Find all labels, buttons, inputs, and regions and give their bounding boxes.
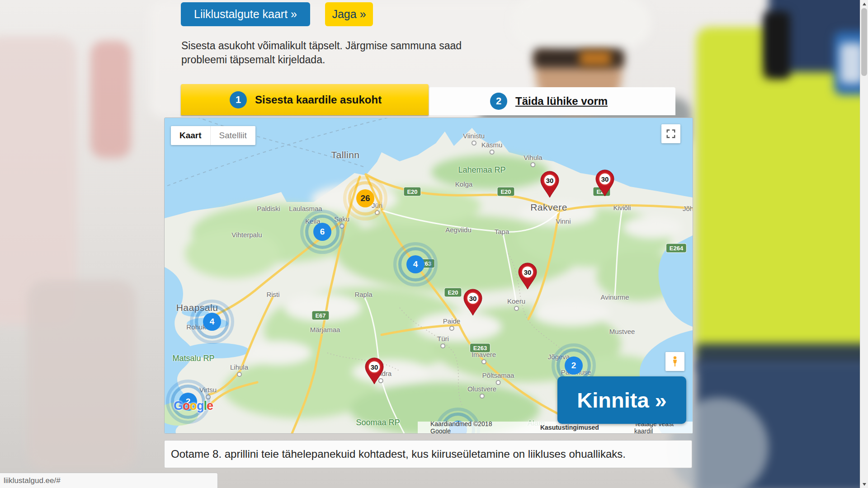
map-label: Aegviidu (445, 226, 472, 234)
browser-scrollbar[interactable] (860, 0, 868, 488)
step1-number-badge: 1 (230, 91, 247, 108)
speed-limit-pin-icon: 30 (462, 289, 483, 316)
pegman-button[interactable] (665, 352, 684, 371)
google-logo-letter: G (174, 399, 183, 413)
town-dot (490, 150, 495, 155)
step1-label: Sisesta kaardile asukoht (255, 94, 382, 106)
speed-limit-pin[interactable]: 30 (364, 357, 385, 386)
map-label: Matsalu RP (172, 354, 214, 363)
svg-text:30: 30 (601, 175, 609, 183)
scroll-up-button[interactable] (860, 0, 868, 8)
fullscreen-button[interactable] (661, 124, 680, 143)
map-label: Märjamaa (310, 326, 340, 333)
map-label: Koeru (507, 297, 525, 311)
page: Liiklustalgute kaart » Jaga » Sisesta as… (0, 0, 868, 488)
map-type-map[interactable]: Kaart (171, 126, 210, 145)
speed-limit-pin[interactable]: 30 (517, 263, 538, 291)
road-shield: E20 (444, 288, 462, 297)
tab-step2[interactable]: 2 Täida lühike vorm (429, 87, 675, 115)
map-label: Rakvere (530, 202, 567, 213)
intro-line1: Sisesta asukoht võimalikult täpselt. Jär… (181, 39, 471, 53)
town-dot (472, 141, 476, 145)
cluster-marker[interactable]: 26 (345, 178, 386, 219)
svg-text:30: 30 (546, 177, 554, 184)
svg-text:30: 30 (469, 295, 477, 302)
town-dot (479, 394, 484, 399)
cluster-count: 6 (313, 223, 331, 241)
step2-number-badge: 2 (490, 93, 507, 110)
speed-limit-pin[interactable]: 30 (594, 169, 615, 198)
town-dot (441, 343, 446, 348)
cluster-marker[interactable]: 4 (192, 301, 232, 342)
cluster-count: 4 (203, 313, 221, 331)
map-label: Kolga (455, 180, 472, 188)
status-bubble: liiklustalgud.ee/# (0, 473, 218, 488)
map-label: Paide (443, 317, 460, 331)
map-label: Vihula (524, 154, 542, 167)
map-copyright: Kaardiandmed ©2018 Google (430, 420, 512, 434)
status-url: liiklustalgud.ee/# (4, 476, 61, 485)
pegman-icon (670, 356, 680, 367)
road-shield: E20 (497, 187, 514, 197)
sunglasses-orange-lens (580, 51, 611, 66)
footer-message: Ootame 8. aprillini teie tähelepanekuid … (171, 448, 626, 460)
kinnita-button[interactable]: Kinnita » (557, 376, 686, 424)
speed-limit-pin-icon: 30 (594, 169, 615, 197)
map-label: Põltsamaa (482, 371, 514, 385)
cyclist-helmet (511, 0, 651, 54)
speed-limit-pin[interactable]: 30 (539, 171, 560, 200)
map-label: Lahemaa RP (458, 165, 505, 175)
background-street (27, 280, 136, 470)
map-label: Rapla (354, 291, 372, 298)
map-label: Tallinn (331, 150, 359, 160)
google-map[interactable]: TallinnRakvereHaapsaluViinistuKäsmuVihul… (164, 117, 693, 434)
map-label: Mustvee (609, 328, 635, 335)
step2-label[interactable]: Täida lühike vorm (515, 95, 608, 108)
intro-line2: probleemi täpsemalt kirjeldada. (181, 53, 471, 67)
cluster-marker[interactable]: 6 (302, 211, 343, 252)
map-type-control[interactable]: Kaart Satelliit (171, 126, 255, 145)
tab-step1-active[interactable]: 1 Sisesta kaardile asukoht (181, 84, 429, 115)
cluster-count: 26 (356, 189, 374, 207)
map-label: Risti (266, 291, 279, 298)
town-dot (514, 306, 519, 311)
jaga-button[interactable]: Jaga » (325, 2, 373, 26)
cluster-count: 2 (565, 357, 583, 375)
town-dot (481, 359, 486, 364)
road-shield: E264 (666, 244, 687, 253)
officer-radio (763, 11, 790, 79)
map-label: Kiviõli (613, 204, 631, 211)
fullscreen-icon (666, 129, 676, 139)
scroll-down-button[interactable] (860, 480, 868, 488)
map-label: Olustvere (467, 385, 496, 399)
footer-message-bar: Ootame 8. aprillini teie tähelepanekuid … (164, 440, 692, 468)
map-label: Paldiski (257, 205, 280, 212)
town-dot (449, 326, 454, 331)
cluster-marker[interactable]: 4 (395, 244, 436, 285)
road-shield: E20 (403, 187, 421, 197)
background-red-wall (90, 41, 131, 158)
scroll-up-icon (863, 3, 866, 5)
map-label: Türi (437, 335, 449, 348)
svg-text:30: 30 (371, 363, 378, 371)
map-label: Vinni (556, 217, 571, 225)
map-label: Imavere (472, 351, 496, 364)
google-logo-letter: o (183, 399, 190, 413)
terms-link[interactable]: Kasutustingimused (540, 424, 599, 431)
scrollbar-thumb[interactable] (861, 8, 867, 76)
town-dot (496, 380, 501, 385)
map-label: Tapa (495, 228, 509, 235)
liiklustalgute-kaart-button[interactable]: Liiklustalgute kaart » (181, 2, 310, 26)
scroll-down-icon (863, 483, 866, 486)
google-logo-letter: e (207, 399, 213, 413)
map-type-satellite[interactable]: Satelliit (211, 126, 255, 145)
map-label: Vihterpalu (231, 231, 262, 239)
map-label: Avinurme (600, 293, 629, 301)
speed-limit-pin-icon: 30 (364, 357, 385, 385)
cluster-count: 4 (406, 255, 425, 273)
google-logo-letter: g (197, 399, 204, 413)
google-logo[interactable]: Google (174, 399, 213, 413)
map-label: Käsmu (481, 141, 503, 155)
speed-limit-pin[interactable]: 30 (462, 289, 483, 318)
svg-text:30: 30 (524, 268, 532, 276)
